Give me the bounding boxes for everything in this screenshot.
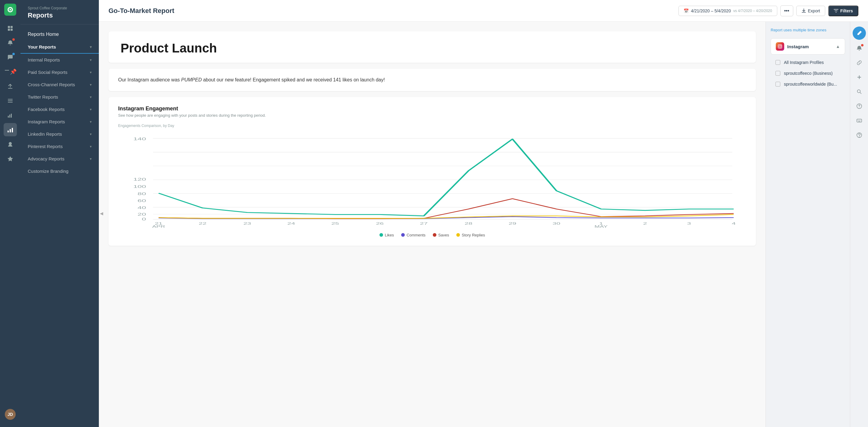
export-button[interactable]: Export <box>796 6 825 16</box>
user-avatar[interactable]: JD <box>5 409 16 420</box>
saves-label: Saves <box>438 233 449 237</box>
right-support-icon[interactable] <box>853 129 865 141</box>
legend-comments: Comments <box>401 233 426 237</box>
svg-point-55 <box>857 90 860 93</box>
svg-text:120: 120 <box>133 177 146 182</box>
analytics-icon[interactable] <box>4 109 17 122</box>
right-add-icon[interactable] <box>853 71 865 83</box>
report-name: Go-To-Market Report <box>108 7 174 15</box>
svg-rect-12 <box>12 115 13 115</box>
more-options-button[interactable]: ••• <box>780 5 793 16</box>
date-range-button[interactable]: 📅 4/21/2020 – 5/4/2020 vs 4/7/2020 – 4/2… <box>678 6 777 16</box>
sidebar-item-instagram-reports[interactable]: Instagram Reports ▾ <box>21 116 99 128</box>
svg-rect-13 <box>7 130 9 132</box>
likes-label: Likes <box>385 233 394 237</box>
svg-text:140: 140 <box>133 136 146 141</box>
svg-rect-11 <box>11 114 12 118</box>
all-profiles-checkbox[interactable] <box>775 60 780 65</box>
reports-icon[interactable] <box>4 123 17 136</box>
sidebar-header: Sprout Coffee Corporate Reports <box>21 0 99 24</box>
chart-card: Instagram Engagement See how people are … <box>108 97 756 246</box>
filters-button[interactable]: Filters <box>828 5 858 16</box>
sidebar-item-linkedin-reports[interactable]: LinkedIn Reports ▾ <box>21 128 99 140</box>
platform-label: Instagram <box>776 42 809 51</box>
sidebar-item-facebook-reports[interactable]: Facebook Reports ▾ <box>21 103 99 116</box>
org-name: Sprout Coffee Corporate <box>28 6 92 10</box>
chevron-icon: ▾ <box>90 83 92 87</box>
sidebar-item-internal-reports[interactable]: Internal Reports ▾ <box>21 54 99 66</box>
svg-rect-4 <box>10 29 13 31</box>
right-help-icon[interactable] <box>853 100 865 112</box>
filter-option-worldwide[interactable]: sproutcoffeeworldwide (Bu... <box>771 79 845 90</box>
mascot-icon[interactable] <box>4 138 17 151</box>
app-logo[interactable] <box>4 4 16 16</box>
svg-text:0: 0 <box>142 217 146 221</box>
sidebar-item-pinterest-reports[interactable]: Pinterest Reports ▾ <box>21 140 99 153</box>
messages-icon[interactable] <box>4 51 17 64</box>
svg-point-0 <box>10 9 11 10</box>
chart-label: Engagements Comparison, by Day <box>118 124 746 128</box>
sidebar-item-your-reports[interactable]: Your Reports ▾ <box>21 41 99 54</box>
sidebar-item-cross-channel-reports[interactable]: Cross-Channel Reports ▾ <box>21 79 99 91</box>
likes-line <box>158 139 734 216</box>
legend-likes: Likes <box>379 233 394 237</box>
svg-line-56 <box>860 93 861 94</box>
svg-text:60: 60 <box>137 199 146 203</box>
main-content: Go-To-Market Report 📅 4/21/2020 – 5/4/20… <box>99 0 868 427</box>
chevron-icon: ▾ <box>90 145 92 149</box>
collapse-toggle[interactable]: ◄ <box>99 211 104 217</box>
timezone-link[interactable]: multiple <box>793 28 807 32</box>
compose-icon[interactable] <box>4 22 17 35</box>
sidebar-item-paid-social-reports[interactable]: Paid Social Reports ▾ <box>21 66 99 79</box>
filter-option-co[interactable]: sproutcoffeeco (Business) <box>771 68 845 79</box>
vs-date-text: vs 4/7/2020 – 4/20/2020 <box>733 9 772 13</box>
sidebar-nav: Reports Home Your Reports ▾ Internal Rep… <box>21 24 99 427</box>
svg-text:2: 2 <box>643 221 647 225</box>
svg-rect-59 <box>857 119 862 122</box>
icon-rail: 📌 JD <box>0 0 21 427</box>
top-bar: Go-To-Market Report 📅 4/21/2020 – 5/4/20… <box>99 0 868 22</box>
svg-point-52 <box>781 45 781 46</box>
svg-rect-7 <box>8 100 13 101</box>
right-notifications-icon[interactable] <box>853 42 865 54</box>
chevron-icon: ▾ <box>90 108 92 112</box>
compose-button[interactable] <box>852 27 866 40</box>
sidebar-item-twitter-reports[interactable]: Twitter Reports ▾ <box>21 91 99 103</box>
legend-story-replies: Story Replies <box>456 233 485 237</box>
svg-text:30: 30 <box>553 221 560 225</box>
likes-dot <box>379 233 383 237</box>
advocacy-icon[interactable] <box>4 152 17 165</box>
report-area: ◄ Product Launch Our Instagram audience … <box>99 22 766 427</box>
filter-section-instagram: Instagram ▲ All Instagram Profiles sprou… <box>771 38 845 92</box>
note-text-after: about our new feature! Engagement spiked… <box>202 77 385 82</box>
co-profile-checkbox[interactable] <box>775 71 780 76</box>
story-replies-dot <box>456 233 460 237</box>
tasks-icon[interactable]: 📌 <box>4 65 17 79</box>
filter-option-all[interactable]: All Instagram Profiles <box>771 57 845 68</box>
report-title-card: Product Launch <box>108 31 756 63</box>
chevron-icon: ▾ <box>90 45 92 49</box>
content-area: ◄ Product Launch Our Instagram audience … <box>99 22 868 427</box>
publish-icon[interactable] <box>4 80 17 93</box>
svg-rect-3 <box>8 29 10 31</box>
saves-dot <box>433 233 436 237</box>
svg-text:APR: APR <box>152 225 165 228</box>
svg-point-16 <box>9 142 12 145</box>
right-search-icon[interactable] <box>853 86 865 98</box>
report-main-title: Product Launch <box>121 41 744 56</box>
notification-icon[interactable] <box>4 36 17 50</box>
instagram-filter-header[interactable]: Instagram ▲ <box>771 38 845 55</box>
filter-options: All Instagram Profiles sproutcoffeeco (B… <box>771 55 845 92</box>
svg-text:28: 28 <box>465 221 472 225</box>
svg-rect-50 <box>778 44 782 48</box>
right-link-icon[interactable] <box>853 57 865 69</box>
lists-icon[interactable] <box>4 94 17 108</box>
right-keyboard-icon[interactable] <box>853 115 865 127</box>
chevron-icon: ▾ <box>90 58 92 62</box>
chevron-icon: ▾ <box>90 70 92 74</box>
sidebar-item-customize-branding[interactable]: Customize Branding <box>21 165 99 177</box>
sidebar-item-advocacy-reports[interactable]: Advocacy Reports ▾ <box>21 153 99 165</box>
svg-text:MAY: MAY <box>595 225 608 228</box>
worldwide-profile-checkbox[interactable] <box>775 82 780 87</box>
sidebar-item-reports-home[interactable]: Reports Home <box>21 28 99 41</box>
